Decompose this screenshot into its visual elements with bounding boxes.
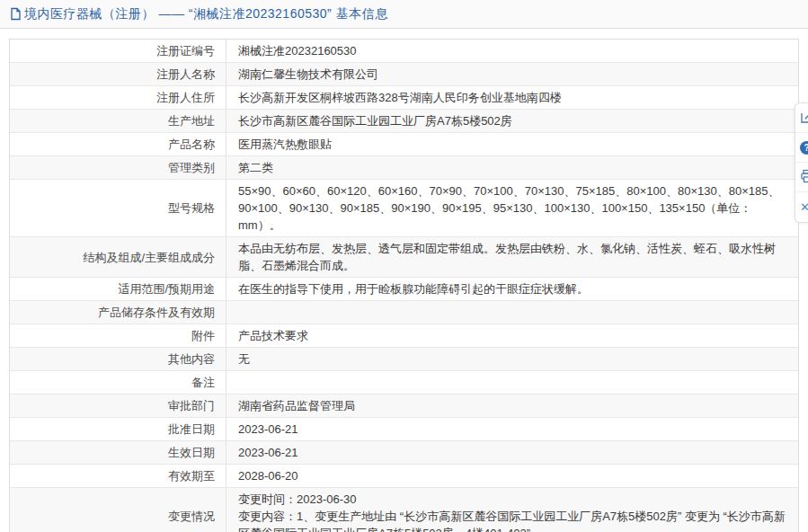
row-label: 管理类别: [10, 156, 226, 179]
row-label: 生产地址: [10, 110, 226, 132]
row-value: 长沙高新开发区桐梓坡西路328号湖南人民印务创业基地南四楼: [226, 86, 798, 109]
row-value: [226, 301, 798, 324]
table-row: 结构及组成/主要组成成分 本品由无纺布层、发热层、透气层和固定带组成。发热层由铁…: [10, 237, 798, 278]
row-label: 适用范围/预期用途: [10, 278, 226, 300]
row-label: 附件: [10, 324, 226, 347]
row-value: 产品技术要求: [226, 324, 798, 347]
row-value: 无: [226, 348, 798, 370]
row-label: 变更情况: [10, 505, 226, 528]
help-button[interactable]: ?: [795, 133, 808, 163]
table-row: 生效日期 2023-06-21: [10, 441, 798, 465]
row-value: 本品由无纺布层、发热层、透气层和固定带组成。发热层由铁粉、水、氯化钠、活性炭、蛭…: [226, 237, 798, 277]
row-value: 第二类: [226, 156, 798, 179]
page-header: 境内医疗器械（注册） —— “湘械注准20232160530” 基本信息: [0, 0, 808, 29]
help-icon: ?: [800, 141, 808, 155]
row-label: 注册人名称: [10, 63, 226, 85]
table-row-change-info: 变更情况 变更时间：2023-06-30 变更内容：1、变更生产地址由 “长沙市…: [10, 488, 798, 532]
close-toolbar-button[interactable]: ✕: [795, 192, 808, 222]
side-toolbar: ? ✕: [795, 102, 808, 223]
close-icon: ✕: [800, 201, 808, 213]
row-label: 结构及组成/主要组成成分: [10, 246, 226, 269]
row-label: 备注: [10, 371, 226, 394]
row-value: 2028-06-20: [226, 465, 798, 487]
table-row: 注册人名称 湖南仁馨生物技术有限公司: [10, 63, 798, 86]
table-row: 附件 产品技术要求: [10, 324, 798, 348]
table-row: 批准日期 2023-06-21: [10, 418, 798, 441]
row-value: 在医生的指导下使用，用于睑板腺功能障碍引起的干眼症症状缓解。: [226, 278, 798, 300]
row-value: 湘械注准20232160530: [226, 40, 798, 62]
row-label: 型号规格: [10, 197, 226, 219]
document-icon: [10, 7, 22, 21]
page-title-text: 境内医疗器械（注册） —— “湘械注准20232160530” 基本信息: [24, 6, 388, 22]
row-label: 生效日期: [10, 441, 226, 464]
row-value: 医用蒸汽热敷眼贴: [226, 133, 798, 155]
table-row: 适用范围/预期用途 在医生的指导下使用，用于睑板腺功能障碍引起的干眼症症状缓解。: [10, 278, 798, 301]
table-row: 型号规格 55×90、60×60、60×120、60×160、70×90、70×…: [10, 180, 798, 237]
row-label: 产品名称: [10, 133, 226, 155]
table-row: 其他内容 无: [10, 348, 798, 371]
edit-icon: [800, 110, 808, 127]
row-label: 注册证编号: [10, 40, 226, 62]
row-label: 有效期至: [10, 465, 226, 487]
page-title: 境内医疗器械（注册） —— “湘械注准20232160530” 基本信息: [10, 6, 388, 22]
table-row: 管理类别 第二类: [10, 156, 798, 180]
table-row: 产品储存条件及有效期: [10, 301, 798, 324]
row-value: 湖南仁馨生物技术有限公司: [226, 63, 798, 85]
row-value: 湖南省药品监督管理局: [226, 395, 798, 417]
row-label: 其他内容: [10, 348, 226, 370]
row-label: 产品储存条件及有效期: [10, 301, 226, 324]
feedback-edit-button[interactable]: [795, 103, 808, 133]
row-value: 2023-06-21: [226, 418, 798, 440]
table-row: 产品名称 医用蒸汽热敷眼贴: [10, 133, 798, 156]
table-row: 有效期至 2028-06-20: [10, 465, 798, 488]
row-value: [226, 371, 798, 394]
table-row: 注册人住所 长沙高新开发区桐梓坡西路328号湖南人民印务创业基地南四楼: [10, 86, 798, 110]
print-icon: [800, 169, 808, 186]
row-value: 55×90、60×60、60×120、60×160、70×90、70×100、7…: [226, 180, 798, 236]
row-label: 审批部门: [10, 395, 226, 417]
table-row: 注册证编号 湘械注准20232160530: [10, 40, 798, 63]
row-value: 2023-06-21: [226, 441, 798, 464]
table-row: 备注: [10, 371, 798, 395]
table-row: 生产地址 长沙市高新区麓谷国际工业园工业厂房A7栋5楼502房: [10, 110, 798, 133]
row-value: 长沙市高新区麓谷国际工业园工业厂房A7栋5楼502房: [226, 110, 798, 132]
row-label: 批准日期: [10, 418, 226, 440]
row-label: 注册人住所: [10, 86, 226, 109]
print-button[interactable]: [795, 163, 808, 192]
table-row: 审批部门 湖南省药品监督管理局: [10, 395, 798, 418]
registration-table: 注册证编号 湘械注准20232160530 注册人名称 湖南仁馨生物技术有限公司…: [9, 39, 799, 532]
row-value: 变更时间：2023-06-30 变更内容：1、变更生产地址由 “长沙市高新区麓谷…: [226, 488, 798, 532]
